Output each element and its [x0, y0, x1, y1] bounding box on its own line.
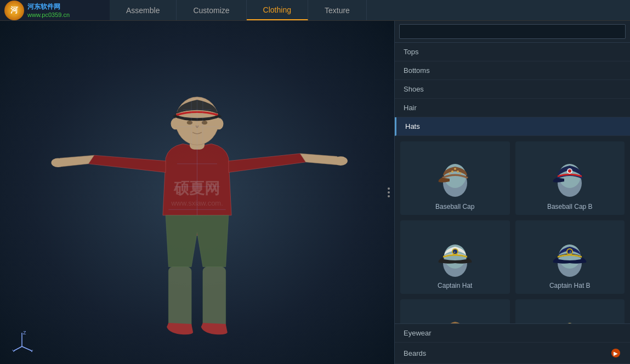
category-eyewear[interactable]: Eyewear	[395, 324, 630, 343]
category-hair[interactable]: Hair	[395, 99, 630, 117]
cowboy-hat-preview-svg	[422, 304, 488, 323]
svg-point-37	[568, 169, 571, 173]
search-bar	[395, 21, 630, 43]
category-hats[interactable]: Hats	[395, 117, 630, 136]
svg-point-8	[334, 156, 348, 166]
hat-preview-captain-hat: ✦	[422, 225, 488, 280]
svg-point-32	[449, 173, 450, 174]
search-input[interactable]	[399, 24, 626, 39]
hat-item-baseball-cap[interactable]: Baseball Cap	[400, 141, 510, 215]
hat-item-cowboy-hat[interactable]: Cowboy Hat	[400, 299, 510, 323]
svg-text:▶: ▶	[614, 350, 618, 356]
hat-preview-baseball-cap	[422, 146, 488, 201]
svg-point-31	[454, 168, 456, 170]
svg-rect-10	[203, 267, 226, 330]
hat-label-captain-hat-b: Captain Hat B	[549, 282, 591, 289]
category-shoes[interactable]: Shoes	[395, 80, 630, 99]
dot3	[388, 195, 390, 197]
logo-line2: www.pc0359.cn	[27, 12, 70, 18]
tab-clothing[interactable]: Clothing	[247, 0, 308, 20]
hat-item-captain-hat[interactable]: ✦ Captain Hat	[400, 220, 510, 294]
hat-preview-captain-hat-b: ⚓	[537, 225, 603, 280]
svg-point-3	[187, 121, 192, 124]
dot1	[388, 187, 390, 190]
svg-text:⚓: ⚓	[569, 251, 572, 254]
hat-item-baseball-cap-b[interactable]: Baseball Cap B	[515, 141, 625, 215]
hat-label-baseball-cap: Baseball Cap	[435, 203, 474, 211]
logo-line1: 河东软件网	[27, 2, 70, 12]
hat-preview-baseball-cap-b	[537, 146, 603, 201]
captain-hat-preview-svg: ✦	[422, 225, 488, 280]
svg-point-30	[457, 170, 459, 173]
svg-point-6	[214, 118, 224, 129]
svg-point-33	[459, 173, 461, 174]
svg-point-7	[51, 158, 65, 167]
bottom-categories: Eyewear Beards ▶	[395, 323, 630, 364]
svg-rect-9	[168, 267, 191, 330]
character-model	[0, 21, 394, 364]
hat-item-straw-hat[interactable]: Straw Hat	[515, 299, 625, 323]
logo-icon: 河	[4, 1, 24, 20]
axis-indicator: Z Y X	[11, 330, 33, 353]
top-navigation: 河 河东软件网 www.pc0359.cn Assemble Customize…	[0, 0, 630, 21]
hats-grid: Baseball Cap	[400, 141, 625, 323]
tab-assemble[interactable]: Assemble	[110, 0, 177, 20]
category-list: Tops Bottoms Shoes Hair	[395, 43, 630, 117]
category-beards[interactable]: Beards ▶	[395, 343, 630, 364]
hats-section: Hats	[395, 117, 630, 323]
straw-hat-preview-svg	[537, 304, 603, 323]
category-bottoms[interactable]: Bottoms	[395, 61, 630, 80]
tab-texture[interactable]: Texture	[308, 0, 367, 20]
logo-text: 河东软件网 www.pc0359.cn	[27, 2, 70, 18]
category-tops[interactable]: Tops	[395, 43, 630, 61]
baseball-cap-preview-svg	[422, 146, 488, 201]
svg-text:✦: ✦	[453, 251, 456, 254]
captain-hat-b-preview-svg: ⚓	[537, 225, 603, 280]
viewport-dots-menu[interactable]	[388, 187, 390, 197]
right-panel: Tops Bottoms Shoes Hair Hats	[394, 21, 630, 364]
beards-icon: ▶	[610, 348, 621, 359]
tab-customize[interactable]: Customize	[177, 0, 246, 20]
svg-point-5	[171, 118, 180, 129]
svg-text:X: X	[30, 349, 33, 352]
svg-text:Z: Z	[23, 330, 26, 335]
hat-item-captain-hat-b[interactable]: ⚓ Captain Hat B	[515, 220, 625, 294]
hat-preview-cowboy-hat	[422, 304, 488, 323]
beards-label: Beards	[404, 349, 426, 357]
hats-grid-container[interactable]: Baseball Cap	[395, 136, 630, 323]
hat-preview-straw-hat	[537, 304, 603, 323]
svg-text:Y: Y	[12, 349, 15, 352]
viewport[interactable]: 硕夏网 www.sxiaw.com. Z Y X	[0, 21, 394, 364]
hat-label-baseball-cap-b: Baseball Cap B	[547, 203, 593, 211]
logo-area: 河 河东软件网 www.pc0359.cn	[0, 0, 110, 20]
dot2	[388, 191, 390, 194]
svg-point-4	[202, 121, 207, 124]
baseball-cap-b-preview-svg	[537, 146, 603, 201]
main-area: 硕夏网 www.sxiaw.com. Z Y X	[0, 21, 630, 364]
hat-label-captain-hat: Captain Hat	[438, 282, 472, 289]
svg-point-29	[451, 170, 453, 173]
